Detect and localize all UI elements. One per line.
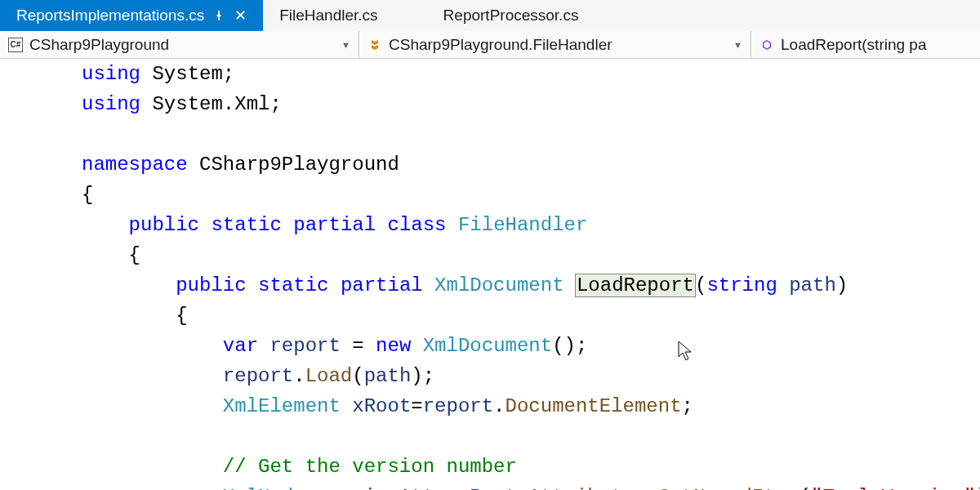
keyword: string bbox=[706, 274, 777, 296]
keyword: new bbox=[376, 335, 411, 357]
mouse-cursor-icon bbox=[678, 341, 694, 362]
comment: // Get the version number bbox=[223, 456, 517, 478]
tab-file-handler[interactable]: FileHandler.cs bbox=[263, 0, 426, 31]
breadcrumb-bar: C# CSharp9Playground ▼ CSharp9Playground… bbox=[0, 31, 980, 59]
argument: path bbox=[364, 365, 412, 387]
namespace-ref: System.Xml bbox=[152, 93, 270, 115]
tab-reports-implementations[interactable]: ReportsImplementations.cs ✕ bbox=[0, 0, 263, 31]
code-area[interactable]: using System; using System.Xml; namespac… bbox=[33, 59, 980, 490]
breadcrumb-method[interactable]: LoadReport(string pa bbox=[751, 31, 980, 58]
namespace-name: CSharp9Playground bbox=[199, 154, 399, 176]
breadcrumb-label: CSharp9Playground.FileHandler bbox=[389, 36, 612, 54]
keyword: static bbox=[211, 214, 281, 236]
keyword: namespace bbox=[82, 154, 188, 176]
breadcrumb-label: LoadReport(string pa bbox=[781, 36, 927, 54]
keyword: using bbox=[82, 63, 140, 85]
local-var: versionAttr bbox=[317, 486, 446, 490]
tab-label: FileHandler.cs bbox=[279, 7, 377, 24]
tab-report-processor[interactable]: ReportProcessor.cs bbox=[427, 0, 628, 31]
local-var: xRoot bbox=[352, 395, 411, 417]
type-name: XmlNode bbox=[223, 486, 305, 490]
code-editor[interactable]: using System; using System.Xml; namespac… bbox=[0, 59, 980, 490]
close-icon[interactable]: ✕ bbox=[234, 9, 247, 22]
local-var: report bbox=[223, 365, 293, 387]
namespace-ref: System bbox=[152, 63, 222, 85]
keyword: public bbox=[129, 214, 199, 236]
type-name: XmlDocument bbox=[423, 335, 552, 357]
tab-label: ReportProcessor.cs bbox=[443, 7, 579, 24]
property: DocumentElement bbox=[506, 395, 682, 417]
type-name: XmlDocument bbox=[434, 274, 564, 296]
string-literal: "ToolsVersion" bbox=[811, 486, 976, 490]
tab-bar: ReportsImplementations.cs ✕ FileHandler.… bbox=[0, 0, 980, 31]
local-var: report bbox=[423, 395, 493, 417]
keyword: public bbox=[176, 274, 246, 296]
keyword: partial bbox=[341, 274, 423, 296]
type-name: XmlElement bbox=[223, 395, 341, 417]
breadcrumb-label: CSharp9Playground bbox=[29, 36, 169, 54]
keyword: partial bbox=[293, 214, 376, 236]
local-var: xRoot bbox=[458, 486, 517, 490]
keyword: using bbox=[82, 93, 140, 115]
method-name-highlight: LoadReport bbox=[575, 274, 696, 297]
gutter bbox=[0, 59, 33, 490]
chevron-down-icon: ▼ bbox=[733, 40, 742, 50]
breadcrumb-class[interactable]: CSharp9Playground.FileHandler ▼ bbox=[359, 31, 751, 58]
keyword: class bbox=[388, 214, 447, 236]
local-var: report bbox=[270, 335, 340, 357]
breadcrumb-project[interactable]: C# CSharp9Playground ▼ bbox=[0, 31, 359, 58]
csharp-icon: C# bbox=[8, 38, 23, 52]
keyword: var bbox=[223, 335, 258, 357]
type-name: FileHandler bbox=[458, 214, 587, 236]
keyword: static bbox=[258, 274, 328, 296]
tab-label: ReportsImplementations.cs bbox=[16, 7, 204, 24]
method-icon bbox=[760, 38, 774, 52]
method-call: Load bbox=[305, 365, 353, 387]
method-name: LoadReport bbox=[577, 274, 694, 296]
method-call: GetNamedItem bbox=[658, 486, 800, 490]
chevron-down-icon: ▼ bbox=[341, 40, 350, 50]
class-icon bbox=[368, 38, 382, 52]
pin-icon[interactable] bbox=[212, 9, 225, 22]
parameter: path bbox=[789, 274, 836, 296]
property: Attributes bbox=[528, 486, 646, 490]
